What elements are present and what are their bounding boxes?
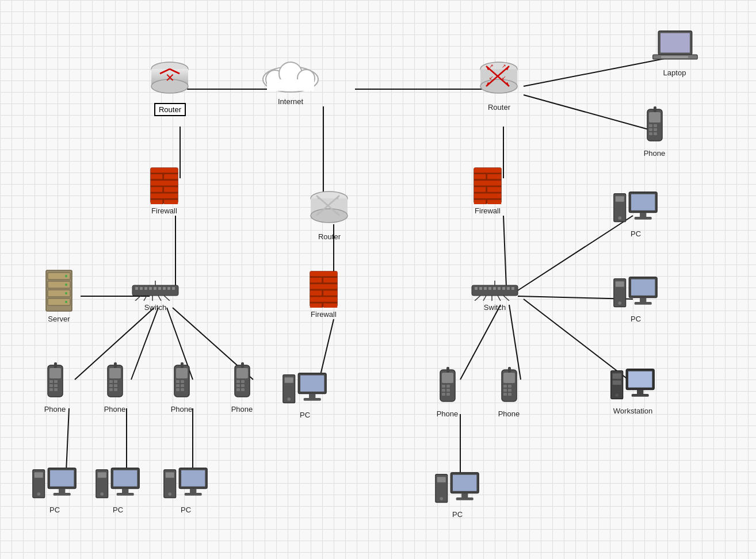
svg-rect-206 xyxy=(181,388,184,391)
svg-line-13 xyxy=(131,308,158,380)
svg-rect-161 xyxy=(654,124,657,127)
svg-rect-212 xyxy=(236,384,240,387)
svg-point-273 xyxy=(615,393,618,397)
switch-left-label: Switch xyxy=(144,303,166,312)
phone-right1-icon xyxy=(434,367,460,407)
svg-rect-113 xyxy=(132,285,178,296)
svg-rect-103 xyxy=(310,304,322,308)
svg-rect-221 xyxy=(442,389,445,392)
svg-point-251 xyxy=(168,492,171,496)
svg-point-52 xyxy=(311,209,348,223)
phone-right2-label: Phone xyxy=(498,409,520,418)
svg-rect-67 xyxy=(151,200,163,204)
svg-rect-138 xyxy=(511,287,514,290)
svg-rect-162 xyxy=(649,128,652,131)
svg-rect-97 xyxy=(310,278,322,283)
svg-text:↗: ↗ xyxy=(502,63,506,69)
phone-left1-node: Phone xyxy=(42,362,68,413)
svg-rect-224 xyxy=(446,393,450,396)
svg-rect-262 xyxy=(304,398,321,401)
phone-left1-label: Phone xyxy=(44,405,66,413)
phone-right2-node: Phone xyxy=(496,367,522,418)
svg-rect-215 xyxy=(241,388,245,391)
svg-rect-260 xyxy=(300,376,324,392)
firewall-right-label: Firewall xyxy=(475,206,501,215)
svg-rect-201 xyxy=(176,380,180,383)
svg-rect-194 xyxy=(109,384,113,387)
pc-right-bottom-label: PC xyxy=(452,510,463,519)
svg-rect-116 xyxy=(144,287,147,290)
svg-rect-257 xyxy=(285,377,293,382)
laptop-label: Laptop xyxy=(663,68,686,77)
svg-rect-104 xyxy=(323,304,337,308)
svg-rect-62 xyxy=(164,174,178,179)
svg-point-244 xyxy=(100,492,104,496)
svg-rect-119 xyxy=(158,287,161,290)
firewall-center-node: Firewall xyxy=(308,270,339,319)
svg-rect-219 xyxy=(442,385,445,388)
router-right-label: Router xyxy=(488,103,510,112)
pc-left1-label: PC xyxy=(49,506,60,514)
svg-rect-163 xyxy=(654,128,657,131)
svg-rect-81 xyxy=(474,181,501,186)
router-right-icon: ↗ ↗ ↙ ↙ xyxy=(478,58,521,101)
phone-left1-icon xyxy=(42,362,68,403)
svg-rect-164 xyxy=(649,132,652,135)
workstation-node: Workstation xyxy=(610,367,656,415)
pc-center-node: PC xyxy=(282,371,328,419)
laptop-icon xyxy=(650,29,699,66)
svg-rect-188 xyxy=(54,388,58,391)
pc-left2-node: PC xyxy=(95,466,141,514)
svg-rect-210 xyxy=(236,380,240,383)
pc-right1-icon xyxy=(613,190,659,227)
svg-rect-203 xyxy=(176,384,180,387)
svg-rect-202 xyxy=(181,380,184,383)
svg-point-258 xyxy=(287,397,291,401)
svg-rect-130 xyxy=(475,287,478,290)
svg-line-142 xyxy=(498,296,501,301)
svg-rect-136 xyxy=(502,287,505,290)
phone-right-top-label: Phone xyxy=(644,149,666,158)
svg-rect-209 xyxy=(236,368,248,378)
svg-point-152 xyxy=(65,292,67,294)
svg-rect-248 xyxy=(117,493,134,496)
svg-point-265 xyxy=(440,497,443,500)
svg-rect-100 xyxy=(310,290,322,296)
phone-left2-icon xyxy=(102,362,128,403)
svg-rect-183 xyxy=(49,380,53,383)
svg-rect-261 xyxy=(309,394,315,399)
svg-line-126 xyxy=(158,296,161,301)
svg-rect-225 xyxy=(446,367,449,373)
pc-left1-node: PC xyxy=(32,466,78,514)
svg-point-169 xyxy=(618,216,621,220)
firewall-right-node: Firewall xyxy=(472,167,503,215)
svg-rect-64 xyxy=(151,187,163,192)
svg-rect-117 xyxy=(149,287,152,290)
pc-left3-node: PC xyxy=(163,466,209,514)
svg-rect-121 xyxy=(167,287,170,290)
svg-line-18 xyxy=(460,305,501,380)
svg-rect-275 xyxy=(628,372,652,388)
svg-rect-214 xyxy=(236,388,240,391)
svg-rect-115 xyxy=(140,287,143,290)
svg-rect-172 xyxy=(640,213,646,217)
router-center-label: Router xyxy=(318,232,341,241)
svg-rect-79 xyxy=(474,174,486,179)
svg-line-140 xyxy=(483,296,486,301)
pc-left3-label: PC xyxy=(181,506,191,514)
svg-rect-179 xyxy=(640,298,646,303)
svg-line-139 xyxy=(475,296,480,301)
svg-rect-80 xyxy=(487,174,501,179)
svg-line-127 xyxy=(164,296,170,301)
svg-rect-197 xyxy=(114,388,117,391)
svg-rect-134 xyxy=(493,287,496,290)
svg-rect-230 xyxy=(503,389,507,392)
svg-rect-175 xyxy=(616,281,624,286)
svg-rect-184 xyxy=(54,380,58,383)
svg-point-150 xyxy=(65,275,67,277)
svg-rect-129 xyxy=(472,285,518,296)
svg-rect-191 xyxy=(109,368,121,378)
svg-rect-207 xyxy=(181,362,184,368)
router-left-label: Router xyxy=(154,103,186,116)
svg-rect-63 xyxy=(151,181,178,186)
